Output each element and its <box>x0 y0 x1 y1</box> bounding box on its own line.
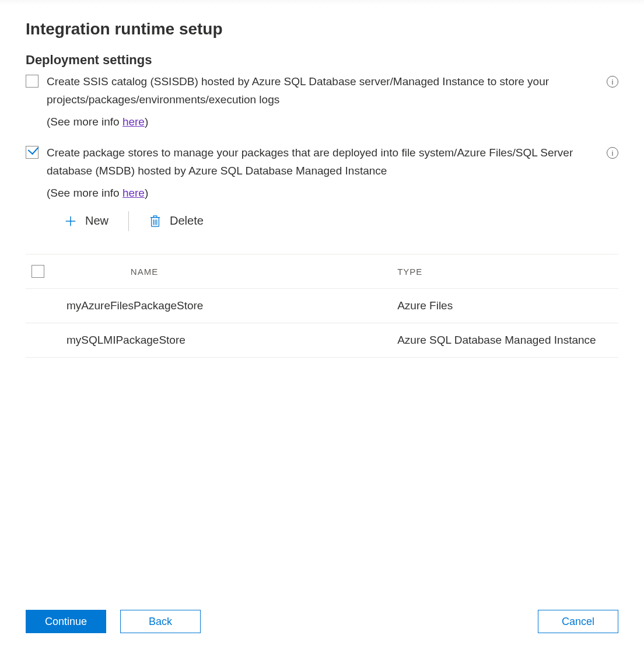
package-stores-see-more-suffix: ) <box>145 187 148 199</box>
plus-icon <box>64 215 77 228</box>
info-icon[interactable]: i <box>607 76 618 88</box>
ssisdb-label: Create SSIS catalog (SSISDB) hosted by A… <box>47 75 549 106</box>
ssisdb-text: Create SSIS catalog (SSISDB) hosted by A… <box>47 72 597 131</box>
table-row[interactable]: mySQLMIPackageStore Azure SQL Database M… <box>26 323 618 358</box>
ssisdb-see-more-suffix: ) <box>145 116 148 128</box>
table-header-select <box>26 254 125 289</box>
new-button-label: New <box>85 211 108 231</box>
package-stores-see-more-prefix: (See more info <box>47 187 123 199</box>
package-stores-see-more: (See more info here) <box>47 184 597 202</box>
trash-icon <box>149 214 162 228</box>
table-cell-name: mySQLMIPackageStore <box>26 323 397 358</box>
back-button[interactable]: Back <box>120 610 201 633</box>
cancel-button[interactable]: Cancel <box>538 610 618 633</box>
table-header-type[interactable]: TYPE <box>397 254 618 289</box>
continue-button[interactable]: Continue <box>26 610 106 633</box>
table-row[interactable]: myAzureFilesPackageStore Azure Files <box>26 289 618 323</box>
ssisdb-checkbox[interactable] <box>26 75 38 88</box>
footer: Continue Back Cancel <box>26 596 618 653</box>
ssisdb-see-more-link[interactable]: here <box>123 116 145 128</box>
ssisdb-see-more-prefix: (See more info <box>47 116 123 128</box>
table-cell-name: myAzureFilesPackageStore <box>26 289 397 323</box>
page-title: Integration runtime setup <box>26 20 618 39</box>
package-stores-see-more-link[interactable]: here <box>123 187 145 199</box>
section-title: Deployment settings <box>26 53 618 68</box>
ssisdb-see-more: (See more info here) <box>47 113 597 131</box>
package-stores-text: Create package stores to manage your pac… <box>47 144 597 241</box>
package-stores-label: Create package stores to manage your pac… <box>47 146 573 177</box>
table-cell-type: Azure Files <box>397 289 618 323</box>
delete-button[interactable]: Delete <box>144 209 208 233</box>
option-package-stores: Create package stores to manage your pac… <box>26 144 618 241</box>
delete-button-label: Delete <box>170 211 204 231</box>
toolbar: New Delete <box>60 209 597 233</box>
select-all-checkbox[interactable] <box>32 265 44 278</box>
package-stores-table: NAME TYPE myAzureFilesPackageStore Azure… <box>26 254 618 358</box>
new-button[interactable]: New <box>60 209 113 233</box>
package-stores-checkbox[interactable] <box>26 146 38 159</box>
toolbar-separator <box>128 211 129 231</box>
table-cell-type: Azure SQL Database Managed Instance <box>397 323 618 358</box>
option-ssisdb: Create SSIS catalog (SSISDB) hosted by A… <box>26 72 618 131</box>
info-icon[interactable]: i <box>607 147 618 159</box>
table-header-name[interactable]: NAME <box>125 254 397 289</box>
